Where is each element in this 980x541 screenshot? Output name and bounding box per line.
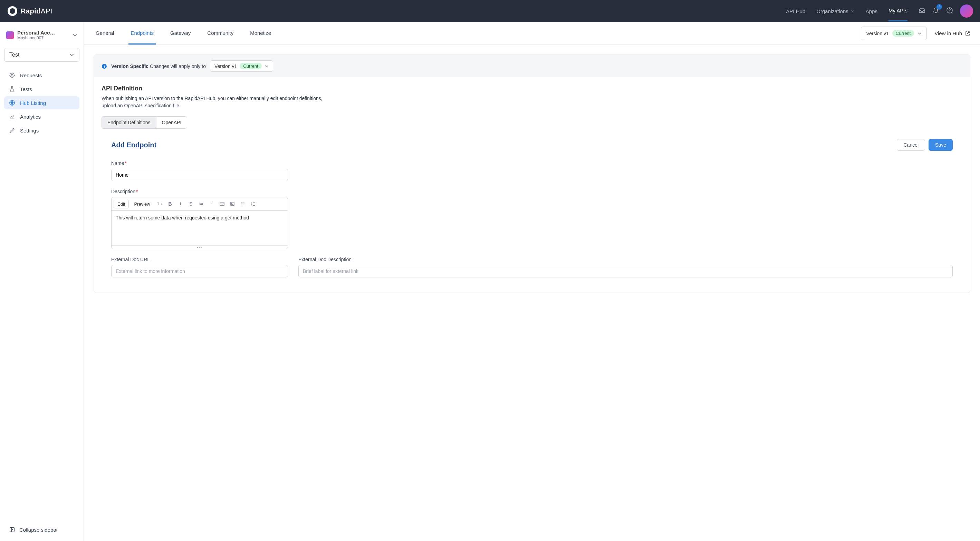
tab-monetize[interactable]: Monetize (248, 22, 273, 44)
sidebar-item-analytics[interactable]: Analytics (4, 110, 80, 123)
add-endpoint-form: Add Endpoint Cancel Save Name* (102, 139, 963, 278)
sidebar-item-requests[interactable]: Requests (4, 69, 80, 82)
description-label: Description* (111, 189, 288, 194)
nav-apps[interactable]: Apps (866, 2, 877, 21)
bold-icon[interactable]: B (166, 200, 175, 208)
svg-point-9 (104, 65, 105, 65)
svg-point-18 (241, 205, 242, 205)
svg-rect-10 (104, 66, 105, 68)
external-url-label: External Doc URL (111, 257, 288, 262)
api-definition-title: API Definition (102, 85, 963, 92)
external-url-input[interactable] (111, 265, 288, 278)
tab-endpoints[interactable]: Endpoints (129, 22, 156, 44)
sidebar-item-hub-listing[interactable]: Hub Listing (4, 96, 80, 109)
account-name: Personal Acc… (17, 30, 69, 35)
chevron-down-icon (264, 64, 269, 68)
help-icon[interactable] (946, 7, 953, 15)
tab-general[interactable]: General (94, 22, 116, 44)
collapse-sidebar-button[interactable]: Collapse sidebar (4, 522, 80, 537)
project-name: Test (10, 52, 19, 58)
main-header: RapidAPI API Hub Organizations Apps My A… (0, 0, 980, 22)
bell-icon[interactable]: 2 (932, 7, 939, 15)
svg-rect-17 (242, 204, 245, 204)
pencil-icon (9, 127, 15, 133)
version-selector[interactable]: Version v1 Current (861, 27, 927, 40)
chevron-down-icon (851, 9, 855, 13)
cancel-button[interactable]: Cancel (897, 139, 925, 151)
chevron-down-icon (73, 33, 77, 38)
italic-icon[interactable]: I (176, 200, 185, 208)
svg-point-4 (10, 73, 14, 78)
sidebar-item-settings[interactable]: Settings (4, 124, 80, 137)
flask-icon (9, 86, 15, 92)
external-link-icon (965, 31, 970, 36)
api-definition-desc: When publishing an API version to the Ra… (102, 95, 329, 109)
header-icons: 2 (918, 5, 973, 17)
banner-version-selector[interactable]: Version v1 Current (210, 60, 273, 72)
nav-organizations[interactable]: Organizations (816, 2, 855, 21)
editor-resize-handle[interactable]: ••• (111, 245, 288, 249)
requests-icon (9, 72, 15, 78)
nav-my-apis[interactable]: My APIs (888, 1, 907, 21)
heading-icon[interactable]: TT (155, 200, 164, 208)
tabs-bar: General Endpoints Gateway Community Mone… (84, 22, 980, 45)
globe-icon (9, 100, 15, 106)
version-banner: Version Specific Changes will apply only… (94, 55, 970, 77)
notification-badge: 2 (937, 4, 942, 10)
logo-text: RapidAPI (21, 7, 52, 15)
current-badge: Current (892, 30, 914, 36)
toggle-endpoint-definitions[interactable]: Endpoint Definitions (102, 117, 156, 129)
logo[interactable]: RapidAPI (7, 6, 52, 17)
image-icon[interactable] (228, 200, 237, 208)
form-title: Add Endpoint (111, 141, 156, 149)
toggle-openapi[interactable]: OpenAPI (156, 117, 187, 129)
nav-api-hub[interactable]: API Hub (786, 2, 805, 21)
tab-community[interactable]: Community (205, 22, 235, 44)
logo-icon (7, 6, 18, 17)
endpoint-panel: Version Specific Changes will apply only… (94, 54, 970, 293)
chart-icon (9, 114, 15, 120)
account-username: Mashhood007 (17, 35, 69, 40)
chevron-down-icon (918, 32, 922, 35)
svg-text:3: 3 (251, 204, 252, 206)
code-icon[interactable] (218, 200, 226, 208)
numbered-list-icon[interactable]: 123 (249, 200, 258, 208)
external-desc-label: External Doc Description (298, 257, 953, 262)
header-nav: API Hub Organizations Apps My APIs 2 (786, 1, 973, 21)
account-selector[interactable]: Personal Acc… Mashhood007 (4, 26, 80, 45)
project-selector[interactable]: Test (4, 48, 80, 62)
name-label: Name* (111, 160, 288, 166)
svg-point-5 (11, 74, 13, 76)
external-desc-input[interactable] (298, 265, 953, 278)
chevron-down-icon (69, 52, 74, 57)
save-button[interactable]: Save (929, 139, 953, 151)
svg-point-13 (231, 203, 232, 203)
definition-toggle: Endpoint Definitions OpenAPI (102, 116, 187, 129)
main-content: General Endpoints Gateway Community Mone… (84, 22, 980, 541)
description-editor: Edit Preview TT B I S " (111, 197, 288, 249)
inbox-icon[interactable] (918, 7, 926, 15)
svg-point-14 (241, 203, 242, 203)
tab-gateway[interactable]: Gateway (168, 22, 192, 44)
info-icon (102, 63, 107, 69)
link-icon[interactable] (197, 200, 206, 208)
strikethrough-icon[interactable]: S (186, 200, 196, 208)
editor-edit-tab[interactable]: Edit (114, 200, 129, 208)
name-input[interactable] (111, 169, 288, 181)
view-in-hub-link[interactable]: View in Hub (934, 30, 970, 36)
svg-point-1 (10, 8, 15, 14)
svg-rect-15 (242, 203, 245, 203)
sidebar-item-tests[interactable]: Tests (4, 82, 80, 95)
user-avatar[interactable] (960, 5, 973, 17)
bullet-list-icon[interactable] (238, 200, 247, 208)
svg-point-16 (241, 203, 242, 204)
svg-rect-23 (253, 204, 255, 204)
editor-preview-tab[interactable]: Preview (130, 200, 154, 208)
account-avatar (6, 32, 14, 39)
svg-point-3 (950, 12, 950, 13)
svg-rect-25 (253, 205, 255, 206)
sidebar: Personal Acc… Mashhood007 Test Requests … (0, 22, 84, 541)
quote-icon[interactable]: " (207, 200, 216, 208)
editor-textarea[interactable]: This will return some data when requeste… (111, 211, 288, 245)
svg-rect-21 (253, 203, 255, 203)
